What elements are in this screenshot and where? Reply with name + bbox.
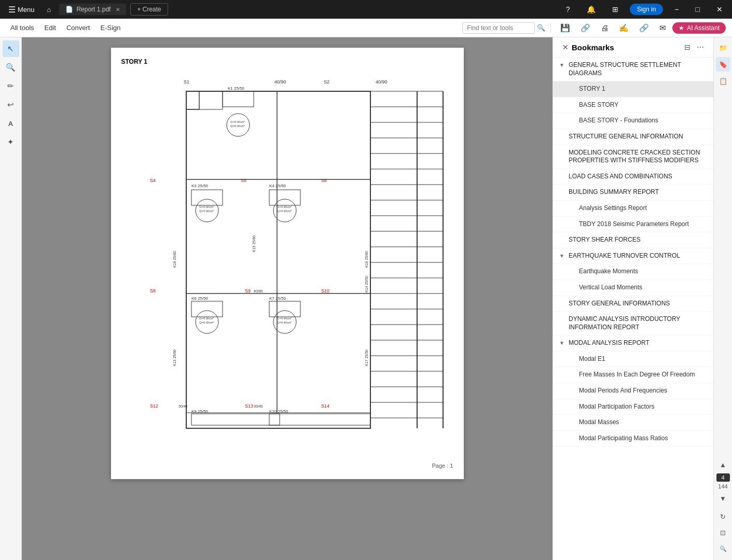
bookmark-item[interactable]: Earthquake Moments [553, 264, 713, 280]
undo-tool-icon[interactable]: ↩ [3, 96, 19, 113]
svg-text:Q=0 tf/cm²: Q=0 tf/cm² [277, 321, 292, 324]
save-icon[interactable]: 💾 [556, 21, 574, 35]
bookmark-label: Modal Participating Mass Ratios [579, 435, 668, 443]
page-controls: ▲ 4 144 ▼ ↻ ⊡ 🔍 [716, 457, 730, 560]
bookmarks-panel: ✕ Bookmarks ⊟ ⋯ ▼GENERAL STRUCTURE SETTL… [553, 37, 713, 560]
print-icon[interactable]: 🖨 [597, 21, 613, 34]
annotate-icon[interactable]: ✍ [615, 21, 633, 35]
stamp-tool-icon[interactable]: ✦ [3, 134, 19, 150]
svg-text:S14: S14 [321, 403, 329, 409]
bookmark-item[interactable]: Free Masses In Each Degree Of Freedom [553, 367, 713, 383]
bookmark-label: Modal Periods And Frequencies [579, 387, 667, 395]
svg-text:S1: S1 [184, 79, 189, 85]
bookmark-options-icon[interactable]: ⊟ [681, 41, 694, 53]
bookmark-item[interactable]: Modal E1 [553, 352, 713, 368]
fr-copy-icon[interactable]: 📋 [716, 74, 730, 88]
close-window-button[interactable]: ✕ [711, 3, 728, 16]
svg-text:K13  25/60: K13 25/60 [173, 349, 176, 366]
bookmark-item[interactable]: Modal Participation Factors [553, 399, 713, 415]
ai-label: AI Assistant [687, 24, 720, 32]
bookmark-label: Analysis Settings Report [579, 204, 647, 213]
link-icon[interactable]: 🔗 [635, 21, 653, 35]
page-number: Page : 1 [121, 463, 453, 469]
svg-rect-10 [186, 91, 223, 109]
fr-folder-icon[interactable]: 📁 [716, 40, 730, 55]
zoom-out-icon[interactable]: 🔍 [716, 541, 730, 556]
bookmark-item[interactable]: Analysis Settings Report [553, 201, 713, 217]
minimize-button[interactable]: − [669, 3, 684, 16]
menu-button[interactable]: ☰ Menu [4, 3, 39, 17]
text-tool-icon[interactable]: A [3, 115, 19, 132]
svg-text:S9: S9 [245, 288, 251, 293]
help-button[interactable]: ? [561, 3, 575, 16]
bookmark-chevron-icon: ▼ [559, 253, 565, 259]
bell-button[interactable]: 🔔 [582, 3, 601, 16]
bookmark-item[interactable]: BASE STORY - Foundations [553, 113, 713, 129]
svg-text:S2: S2 [324, 79, 329, 85]
bookmark-item[interactable]: LOAD CASES AND COMBINATIONS [553, 169, 713, 185]
bookmark-chevron-icon: ▼ [559, 62, 565, 68]
bookmark-label: MODELING CONCRETE CRACKED SECTION PROPER… [569, 149, 705, 165]
bookmark-item[interactable]: STORY SHEAR FORCES [553, 232, 713, 248]
bookmark-item[interactable]: Modal Participating Mass Ratios [553, 431, 713, 447]
bookmark-label: GENERAL STRUCTURE SETTLEMENT DIAGRAMS [569, 61, 705, 77]
svg-rect-5 [223, 91, 254, 107]
svg-text:40/90: 40/90 [274, 79, 286, 85]
zoom-tool-icon[interactable]: 🔍 [3, 59, 19, 76]
maximize-button[interactable]: □ [690, 3, 705, 16]
bookmark-item[interactable]: STRUCTURE GENERAL INFORMATION [553, 129, 713, 145]
bookmark-label: Modal E1 [579, 355, 605, 363]
svg-rect-13 [191, 190, 223, 205]
bookmark-more-icon[interactable]: ⋯ [694, 41, 707, 53]
convert-button[interactable]: Convert [62, 22, 94, 34]
bookmark-item[interactable]: Modal Periods And Frequencies [553, 383, 713, 399]
fr-bookmark-icon[interactable]: 🔖 [716, 57, 730, 72]
ai-assistant-button[interactable]: ★ AI Assistant [672, 22, 726, 34]
svg-text:K1  25/50: K1 25/50 [228, 86, 245, 91]
pen-tool-icon[interactable]: ✏ [3, 78, 19, 94]
svg-rect-68 [269, 301, 300, 317]
pdf-viewer[interactable]: STORY 1 S1 40/90 S2 40/90 K1 25/50 G=0 t… [22, 37, 553, 560]
svg-text:K3  25/50: K3 25/50 [191, 184, 209, 188]
ai-icon: ★ [679, 24, 684, 32]
esign-button[interactable]: E-Sign [96, 22, 125, 34]
tab-close-icon[interactable]: ✕ [116, 7, 120, 12]
search-icon[interactable]: 🔍 [537, 24, 545, 32]
bookmark-label: STORY SHEAR FORCES [569, 236, 641, 244]
bookmark-label: MODAL ANALYSIS REPORT [569, 339, 650, 347]
refresh-icon[interactable]: ↻ [716, 509, 730, 524]
all-tools-button[interactable]: All tools [6, 22, 38, 34]
pdf-tab[interactable]: 📄 Report 1.pdf ✕ [59, 4, 126, 15]
bookmark-item[interactable]: TBDY 2018 Seismic Parameters Report [553, 217, 713, 233]
apps-button[interactable]: ⊞ [607, 3, 624, 16]
bookmark-item[interactable]: STORY GENERAL INFORMATIONS [553, 296, 713, 312]
share-icon[interactable]: 🔗 [576, 21, 595, 35]
home-button[interactable]: ⌂ [43, 4, 56, 16]
bookmark-item[interactable]: STORY 1 [553, 81, 713, 97]
bookmark-item[interactable]: ▼EARTHQUAKE TURNOVER CONTROL [553, 248, 713, 264]
find-input[interactable] [462, 22, 535, 34]
bookmark-item[interactable]: BUILDING SUMMARY REPORT [553, 185, 713, 201]
bookmark-item[interactable]: ▼MODAL ANALYSIS REPORT [553, 335, 713, 352]
bookmarks-title: Bookmarks [572, 43, 681, 52]
svg-text:G=0 tf/cm²: G=0 tf/cm² [277, 317, 292, 320]
create-button[interactable]: + Create [130, 3, 168, 16]
email-icon[interactable]: ✉ [655, 21, 670, 35]
bookmark-item[interactable]: ▼GENERAL STRUCTURE SETTLEMENT DIAGRAMS [553, 58, 713, 81]
svg-rect-77 [191, 414, 280, 425]
bookmark-item[interactable]: DYNAMIC ANALYSIS INTRODUCTORY INFORMATIO… [553, 312, 713, 335]
bookmark-item[interactable]: Vertical Load Moments [553, 280, 713, 296]
bookmark-label: LOAD CASES AND COMBINATIONS [569, 173, 672, 181]
find-bar: 🔍 [462, 22, 545, 34]
edit-button[interactable]: Edit [40, 22, 60, 34]
chevron-down-icon[interactable]: ▼ [716, 491, 730, 506]
bookmark-item[interactable]: Modal Masses [553, 415, 713, 431]
page-layout-icon[interactable]: ⊡ [716, 525, 730, 540]
sign-in-button[interactable]: Sign in [630, 4, 664, 15]
cursor-tool-icon[interactable]: ↖ [3, 40, 19, 57]
bookmark-item[interactable]: BASE STORY [553, 97, 713, 114]
bookmark-item[interactable]: MODELING CONCRETE CRACKED SECTION PROPER… [553, 145, 713, 169]
chevron-up-icon[interactable]: ▲ [716, 457, 730, 472]
close-bookmarks-button[interactable]: ✕ [559, 41, 572, 53]
bookmark-label: Vertical Load Moments [579, 284, 642, 292]
